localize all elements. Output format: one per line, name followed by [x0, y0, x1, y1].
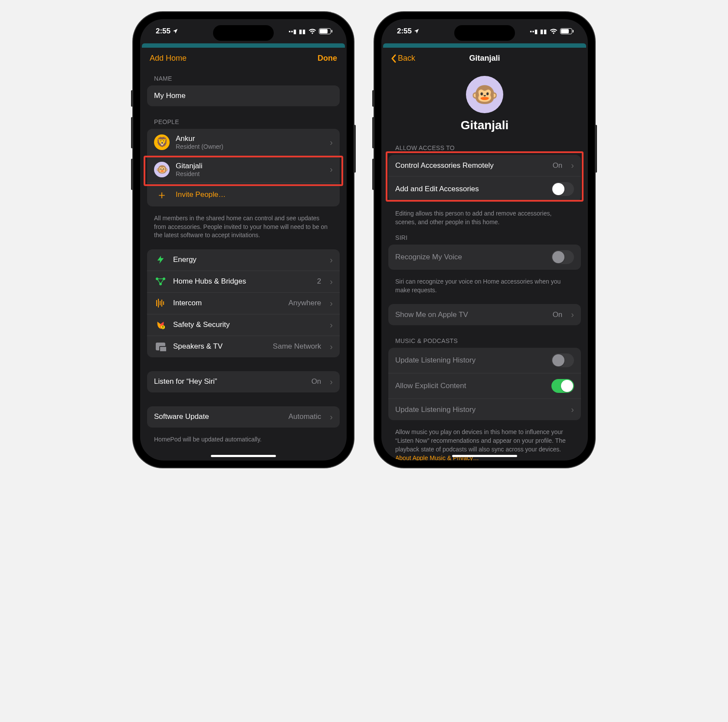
show-on-appletv-label: Show Me on Apple TV [395, 310, 547, 319]
settings-label: Safety & Security [173, 320, 321, 329]
status-time: 2:55 [156, 27, 171, 36]
avatar: 🐵 [154, 162, 170, 177]
home-indicator [452, 455, 517, 457]
svg-rect-4 [158, 299, 159, 307]
row-label: Add and Edit Accessories [395, 185, 545, 193]
section-header-access: ALLOW ACCESS TO [388, 137, 581, 155]
toggle[interactable] [551, 379, 574, 393]
nav-bar: Add Home Done [140, 48, 347, 67]
toggle[interactable] [551, 182, 574, 196]
section-header-name: NAME [147, 67, 340, 85]
hey-siri-row[interactable]: Listen for “Hey Siri” On › [147, 371, 340, 392]
show-on-appletv-detail: On [553, 310, 563, 319]
battery-icon [560, 28, 572, 34]
row-label: Update Listening History [395, 356, 545, 365]
device-left: 2:55 ▪▪▮ ▮▮ Add Home Done NAME [133, 12, 354, 467]
cellular-icon: ▪▪▮ ▮▮ [530, 28, 547, 35]
toggle[interactable] [551, 353, 574, 367]
settings-detail: Same Network [273, 342, 321, 351]
person-role: Resident (Owner) [176, 143, 321, 150]
dynamic-island [454, 25, 515, 41]
chevron-right-icon: › [330, 255, 333, 265]
wifi-icon [308, 28, 316, 34]
setting-row[interactable]: Add and Edit Accessories [388, 176, 581, 202]
svg-rect-3 [156, 300, 157, 306]
profile-name: Gitanjali [461, 118, 508, 132]
settings-label: Intercom [173, 299, 282, 307]
bolt-icon [154, 255, 167, 265]
chevron-right-icon: › [330, 342, 333, 352]
setting-row[interactable]: Allow Explicit Content [388, 373, 581, 399]
home-name-input[interactable] [154, 91, 333, 100]
right-content: 🐵 Gitanjali ALLOW ACCESS TO Control Acce… [381, 67, 588, 461]
sheet-grabber-background [142, 43, 345, 48]
siri-footer-note: Siri can recognize your voice on Home ac… [388, 274, 581, 294]
status-time: 2:55 [397, 27, 412, 36]
settings-detail: 2 [317, 277, 321, 286]
person-row[interactable]: 🐵GitanjaliResident› [147, 156, 340, 183]
person-name: Gitanjali [176, 162, 321, 170]
setting-row[interactable]: Recognize My Voice [388, 245, 581, 270]
settings-label: Home Hubs & Bridges [173, 277, 311, 286]
device-right: 2:55 ▪▪▮ ▮▮ Back Gitanjali [374, 12, 595, 467]
chevron-right-icon: › [330, 137, 333, 147]
done-button[interactable]: Done [318, 54, 337, 63]
shield-icon [154, 320, 167, 330]
svg-rect-5 [160, 301, 161, 305]
home-indicator [211, 455, 276, 457]
person-role: Resident [176, 170, 321, 177]
chevron-right-icon: › [330, 164, 333, 174]
settings-row-intercom[interactable]: IntercomAnywhere› [147, 292, 340, 314]
row-label: Allow Explicit Content [395, 382, 545, 390]
chevron-right-icon: › [330, 277, 333, 287]
chevron-right-icon: › [571, 160, 574, 170]
chevron-right-icon: › [571, 405, 574, 415]
hub-icon [154, 277, 167, 286]
profile-avatar: 🐵 [466, 76, 503, 113]
back-button[interactable]: Back [391, 54, 415, 63]
chevron-right-icon: › [330, 298, 333, 308]
settings-row-shield[interactable]: Safety & Security› [147, 314, 340, 336]
settings-label: Energy [173, 255, 321, 264]
software-update-detail: Automatic [289, 412, 321, 421]
invite-people-row[interactable]: ＋ Invite People… [147, 183, 340, 206]
settings-detail: Anywhere [289, 299, 321, 307]
person-name: Ankur [176, 134, 321, 143]
settings-row-speaker[interactable]: Speakers & TVSame Network› [147, 336, 340, 357]
location-icon [413, 28, 420, 34]
software-update-label: Software Update [154, 412, 282, 421]
left-content: NAME PEOPLE 🦁AnkurResident (Owner)›🐵Gita… [140, 67, 347, 444]
settings-label: Speakers & TV [173, 342, 267, 351]
hey-siri-label: Listen for “Hey Siri” [154, 377, 305, 386]
svg-rect-7 [163, 301, 164, 305]
setting-row[interactable]: Update Listening History› [388, 399, 581, 420]
section-header-music: MUSIC & PODCASTS [388, 330, 581, 348]
plus-icon: ＋ [156, 189, 168, 201]
software-update-row[interactable]: Software Update Automatic › [147, 406, 340, 428]
chevron-right-icon: › [330, 377, 333, 387]
chevron-left-icon [391, 54, 396, 63]
show-on-appletv-row[interactable]: Show Me on Apple TV On › [388, 304, 581, 325]
section-header-people: PEOPLE [147, 111, 340, 129]
people-footer-note: All members in the shared home can contr… [147, 211, 340, 240]
access-footer-note: Editing allows this person to add and re… [388, 206, 581, 226]
music-footer-note: Allow music you play on devices in this … [388, 425, 581, 454]
hey-siri-detail: On [312, 377, 321, 386]
svg-rect-6 [161, 300, 162, 307]
nav-bar: Back Gitanjali [381, 48, 588, 67]
dynamic-island [213, 25, 274, 41]
row-label: Recognize My Voice [395, 253, 545, 261]
add-home-button[interactable]: Add Home [150, 54, 187, 63]
setting-row[interactable]: Control Accessories RemotelyOn› [388, 155, 581, 176]
toggle[interactable] [551, 250, 574, 264]
settings-row-bolt[interactable]: Energy› [147, 249, 340, 271]
intercom-icon [154, 298, 167, 308]
invite-people-label: Invite People… [176, 190, 226, 199]
person-row[interactable]: 🦁AnkurResident (Owner)› [147, 129, 340, 156]
settings-row-hub[interactable]: Home Hubs & Bridges2› [147, 271, 340, 292]
home-name-field[interactable] [147, 85, 340, 106]
row-detail: On [553, 161, 563, 170]
chevron-right-icon: › [330, 320, 333, 330]
setting-row[interactable]: Update Listening History [388, 348, 581, 373]
row-label: Update Listening History [395, 405, 562, 414]
